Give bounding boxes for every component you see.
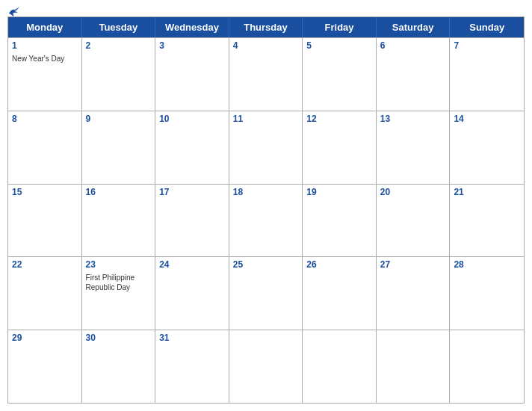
day-number: 27 — [380, 259, 446, 271]
day-cell: 3 — [155, 38, 229, 111]
week-row-2: 891011121314 — [8, 111, 524, 184]
day-header-saturday: Saturday — [377, 17, 451, 37]
day-number: 5 — [306, 40, 372, 52]
day-cell: 6 — [377, 38, 451, 111]
day-cell: 29 — [8, 330, 82, 403]
logo-blue-container — [7, 6, 22, 18]
day-cell: 12 — [303, 111, 377, 184]
day-number: 8 — [12, 114, 78, 126]
day-cell: 8 — [8, 111, 82, 184]
day-header-thursday: Thursday — [229, 17, 303, 37]
day-number: 13 — [380, 114, 446, 126]
day-cell: 30 — [82, 330, 156, 403]
day-cell: 27 — [377, 257, 451, 330]
day-number: 21 — [454, 187, 520, 199]
day-cell — [377, 330, 451, 403]
day-event: First Philippine Republic Day — [86, 273, 152, 292]
day-cell: 21 — [450, 185, 524, 257]
day-cell: 16 — [82, 185, 156, 257]
logo-bird-icon — [7, 6, 21, 18]
day-cell: 24 — [155, 257, 229, 330]
day-header-tuesday: Tuesday — [82, 17, 156, 37]
week-row-5: 293031 — [8, 330, 524, 403]
day-header-friday: Friday — [303, 17, 377, 37]
day-number: 12 — [306, 114, 372, 126]
day-number: 26 — [306, 259, 372, 271]
day-number: 11 — [233, 114, 299, 126]
day-cell: 2 — [82, 38, 156, 111]
day-header-sunday: Sunday — [450, 17, 524, 37]
weeks-container: 1New Year's Day2345678910111213141516171… — [8, 37, 524, 403]
day-cell — [450, 330, 524, 403]
day-cell: 23First Philippine Republic Day — [82, 257, 156, 330]
week-row-3: 15161718192021 — [8, 184, 524, 257]
day-header-wednesday: Wednesday — [155, 17, 229, 37]
day-number: 20 — [380, 187, 446, 199]
day-number: 18 — [233, 187, 299, 199]
day-number: 3 — [159, 40, 225, 52]
day-cell: 17 — [155, 185, 229, 257]
week-row-4: 2223First Philippine Republic Day2425262… — [8, 256, 524, 330]
day-header-monday: Monday — [8, 17, 82, 37]
day-event: New Year's Day — [12, 54, 78, 64]
day-number: 19 — [306, 187, 372, 199]
day-number: 15 — [12, 187, 78, 199]
day-cell: 20 — [377, 185, 451, 257]
day-cell: 13 — [377, 111, 451, 184]
week-row-1: 1New Year's Day234567 — [8, 37, 524, 111]
day-cell: 5 — [303, 38, 377, 111]
day-cell: 26 — [303, 257, 377, 330]
calendar-grid: MondayTuesdayWednesdayThursdayFridaySatu… — [7, 16, 525, 404]
day-cell: 14 — [450, 111, 524, 184]
calendar-wrapper: MondayTuesdayWednesdayThursdayFridaySatu… — [0, 0, 532, 411]
day-number: 14 — [454, 114, 520, 126]
day-number: 31 — [159, 333, 225, 344]
day-cell: 31 — [155, 330, 229, 403]
day-number: 4 — [233, 40, 299, 52]
day-number: 24 — [159, 259, 225, 271]
day-cell: 7 — [450, 38, 524, 111]
day-cell: 9 — [82, 111, 156, 184]
day-cell: 25 — [229, 257, 303, 330]
day-number: 30 — [86, 333, 152, 344]
day-number: 10 — [159, 114, 225, 126]
day-number: 7 — [454, 40, 520, 52]
day-cell: 10 — [155, 111, 229, 184]
day-cell: 15 — [8, 185, 82, 257]
day-number: 1 — [12, 40, 78, 52]
day-cell: 22 — [8, 257, 82, 330]
calendar-header — [7, 6, 525, 12]
day-number: 23 — [86, 259, 152, 271]
day-cell: 1New Year's Day — [8, 38, 82, 111]
day-cell: 18 — [229, 185, 303, 257]
day-number: 29 — [12, 333, 78, 344]
day-number: 9 — [86, 114, 152, 126]
day-cell — [303, 330, 377, 403]
day-number: 6 — [380, 40, 446, 52]
day-headers-row: MondayTuesdayWednesdayThursdayFridaySatu… — [8, 17, 524, 37]
day-cell — [229, 330, 303, 403]
day-cell: 11 — [229, 111, 303, 184]
day-number: 16 — [86, 187, 152, 199]
logo — [7, 6, 22, 18]
day-number: 22 — [12, 259, 78, 271]
day-cell: 19 — [303, 185, 377, 257]
day-number: 28 — [454, 259, 520, 271]
day-cell: 28 — [450, 257, 524, 330]
day-number: 2 — [86, 40, 152, 52]
day-number: 25 — [233, 259, 299, 271]
day-cell: 4 — [229, 38, 303, 111]
day-number: 17 — [159, 187, 225, 199]
